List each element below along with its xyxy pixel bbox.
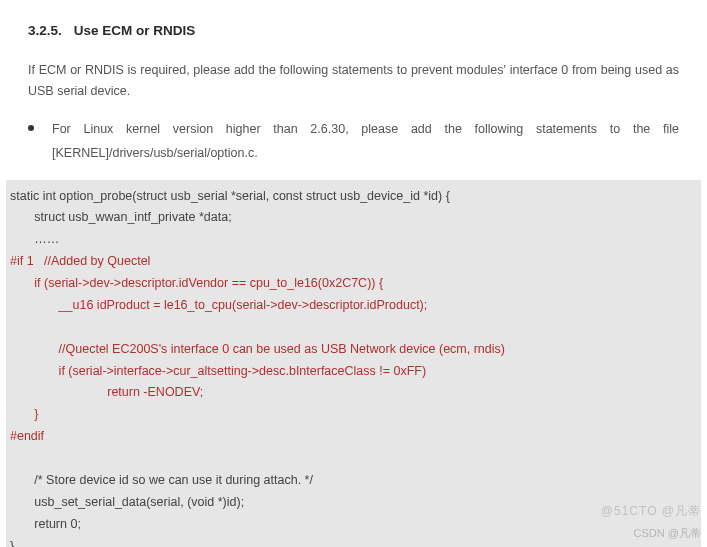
code-line: return 0; bbox=[10, 517, 81, 531]
code-line: return -ENODEV; bbox=[10, 385, 203, 399]
bullet-icon bbox=[28, 125, 34, 131]
intro-paragraph: If ECM or RNDIS is required, please add … bbox=[28, 60, 679, 103]
bullet-text: For Linux kernel version higher than 2.6… bbox=[52, 118, 679, 166]
code-line: usb_set_serial_data(serial, (void *)id); bbox=[10, 495, 244, 509]
code-line: } bbox=[10, 407, 39, 421]
code-line: __u16 idProduct = le16_to_cpu(serial->de… bbox=[10, 298, 427, 312]
code-line: /* Store device id so we can use it duri… bbox=[10, 473, 313, 487]
code-line: struct usb_wwan_intf_private *data; bbox=[10, 210, 232, 224]
bullet-item: For Linux kernel version higher than 2.6… bbox=[28, 118, 679, 166]
section-heading: 3.2.5.Use ECM or RNDIS bbox=[28, 20, 679, 42]
section-number: 3.2.5. bbox=[28, 20, 62, 42]
code-line: if (serial->interface->cur_altsetting->d… bbox=[10, 364, 426, 378]
code-line: if (serial->dev->descriptor.idVendor == … bbox=[10, 276, 383, 290]
code-listing: static int option_probe(struct usb_seria… bbox=[6, 180, 701, 547]
code-line: static int option_probe(struct usb_seria… bbox=[10, 189, 450, 203]
section-title: Use ECM or RNDIS bbox=[74, 23, 196, 38]
code-line: …… bbox=[10, 232, 59, 246]
code-line: //Quectel EC200S's interface 0 can be us… bbox=[10, 342, 505, 356]
code-line: #endif bbox=[10, 429, 44, 443]
code-line: #if 1 //Added by Quectel bbox=[10, 254, 150, 268]
code-line: } bbox=[10, 539, 14, 547]
